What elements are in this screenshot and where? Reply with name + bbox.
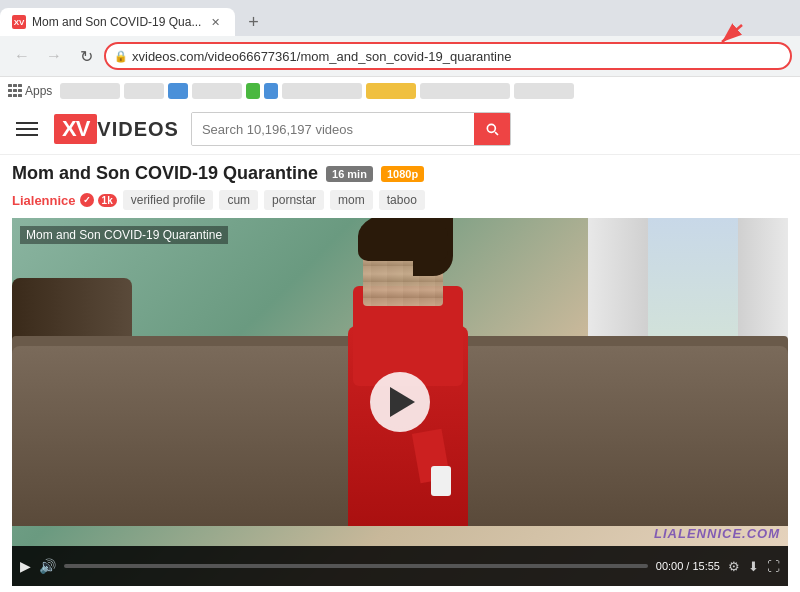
duration-badge: 16 min bbox=[326, 166, 373, 182]
address-text: xvideos.com/video66677361/mom_and_son_co… bbox=[132, 49, 782, 64]
tab-bar: XV Mom and Son COVID-19 Qua... ✕ + bbox=[0, 0, 800, 36]
hamburger-line-2 bbox=[16, 128, 38, 130]
bookmark-6[interactable] bbox=[264, 83, 278, 99]
play-button[interactable] bbox=[370, 372, 430, 432]
address-bar-wrapper: 🔒 xvideos.com/video66677361/mom_and_son_… bbox=[104, 42, 792, 70]
apps-bookmark[interactable]: Apps bbox=[8, 84, 52, 98]
address-bar-container[interactable]: 🔒 xvideos.com/video66677361/mom_and_son_… bbox=[104, 42, 792, 70]
tag-pornstar[interactable]: pornstar bbox=[264, 190, 324, 210]
video-title: Mom and Son COVID-19 Quarantine bbox=[12, 163, 318, 184]
bookmark-5[interactable] bbox=[246, 83, 260, 99]
watermark: LIALENNICE.COM bbox=[654, 526, 780, 541]
tag-verified-profile[interactable]: verified profile bbox=[123, 190, 214, 210]
quality-badge: 1080p bbox=[381, 166, 424, 182]
volume-button[interactable]: 🔊 bbox=[39, 558, 56, 574]
logo-x: XV bbox=[54, 114, 97, 144]
tag-mom[interactable]: mom bbox=[330, 190, 373, 210]
video-title-row: Mom and Son COVID-19 Quarantine 16 min 1… bbox=[12, 163, 788, 184]
tab-title: Mom and Son COVID-19 Qua... bbox=[32, 15, 201, 29]
play-pause-button[interactable]: ▶ bbox=[20, 558, 31, 574]
logo-text: VIDEOS bbox=[97, 118, 179, 141]
play-triangle-icon bbox=[390, 387, 415, 417]
tag-cum[interactable]: cum bbox=[219, 190, 258, 210]
subscriber-count: 1k bbox=[98, 194, 117, 207]
hair bbox=[358, 218, 448, 261]
channel-link[interactable]: Lialennice ✓ 1k bbox=[12, 193, 117, 208]
bookmark-4[interactable] bbox=[192, 83, 242, 99]
hamburger-menu[interactable] bbox=[12, 118, 42, 140]
back-button[interactable]: ← bbox=[8, 42, 36, 70]
apps-grid-icon bbox=[8, 84, 22, 98]
video-overlay-title: Mom and Son COVID-19 Quarantine bbox=[20, 226, 228, 244]
settings-icon[interactable]: ⚙ bbox=[728, 559, 740, 574]
bookmark-9[interactable] bbox=[420, 83, 510, 99]
bookmark-2[interactable] bbox=[124, 83, 164, 99]
bookmark-8[interactable] bbox=[366, 83, 416, 99]
logo-container[interactable]: XV VIDEOS bbox=[54, 114, 179, 144]
bookmark-10[interactable] bbox=[514, 83, 574, 99]
bookmark-3[interactable] bbox=[168, 83, 188, 99]
search-button[interactable] bbox=[474, 113, 510, 145]
tag-taboo[interactable]: taboo bbox=[379, 190, 425, 210]
forward-button[interactable]: → bbox=[40, 42, 68, 70]
search-container bbox=[191, 112, 511, 146]
search-icon bbox=[484, 121, 500, 137]
video-controls: ▶ 🔊 00:00 / 15:55 ⚙ ⬇ ⛶ bbox=[12, 546, 788, 586]
nav-bar: ← → ↻ 🔒 xvideos.com/video66677361/mom_an… bbox=[0, 36, 800, 76]
time-display: 00:00 / 15:55 bbox=[656, 560, 720, 572]
page-content: XV VIDEOS Mom and Son COVID-19 Quarantin… bbox=[0, 104, 800, 592]
video-player[interactable]: Mom and Son COVID-19 Quarantine LIALENNI… bbox=[12, 218, 788, 586]
head-area bbox=[363, 226, 443, 306]
held-object bbox=[431, 466, 451, 496]
apps-label: Apps bbox=[25, 84, 52, 98]
bookmark-items bbox=[60, 83, 792, 99]
bookmarks-bar: Apps bbox=[0, 76, 800, 104]
hamburger-line-1 bbox=[16, 122, 38, 124]
bookmark-1[interactable] bbox=[60, 83, 120, 99]
right-controls: ⚙ ⬇ ⛶ bbox=[728, 559, 780, 574]
browser-window: XV Mom and Son COVID-19 Qua... ✕ + ← → ↻… bbox=[0, 0, 800, 592]
new-tab-button[interactable]: + bbox=[239, 8, 267, 36]
site-header: XV VIDEOS bbox=[0, 104, 800, 155]
tab-close-button[interactable]: ✕ bbox=[207, 14, 223, 30]
active-tab[interactable]: XV Mom and Son COVID-19 Qua... ✕ bbox=[0, 8, 235, 36]
tags-row: Lialennice ✓ 1k verified profile cum por… bbox=[12, 190, 788, 210]
channel-name: Lialennice bbox=[12, 193, 76, 208]
refresh-button[interactable]: ↻ bbox=[72, 42, 100, 70]
bookmark-7[interactable] bbox=[282, 83, 362, 99]
verified-icon: ✓ bbox=[80, 193, 94, 207]
video-page: Mom and Son COVID-19 Quarantine 16 min 1… bbox=[0, 155, 800, 592]
hamburger-line-3 bbox=[16, 134, 38, 136]
tab-favicon: XV bbox=[12, 15, 26, 29]
download-icon[interactable]: ⬇ bbox=[748, 559, 759, 574]
progress-bar[interactable] bbox=[64, 564, 648, 568]
search-input[interactable] bbox=[192, 113, 474, 145]
fullscreen-icon[interactable]: ⛶ bbox=[767, 559, 780, 574]
lock-icon: 🔒 bbox=[114, 50, 128, 63]
